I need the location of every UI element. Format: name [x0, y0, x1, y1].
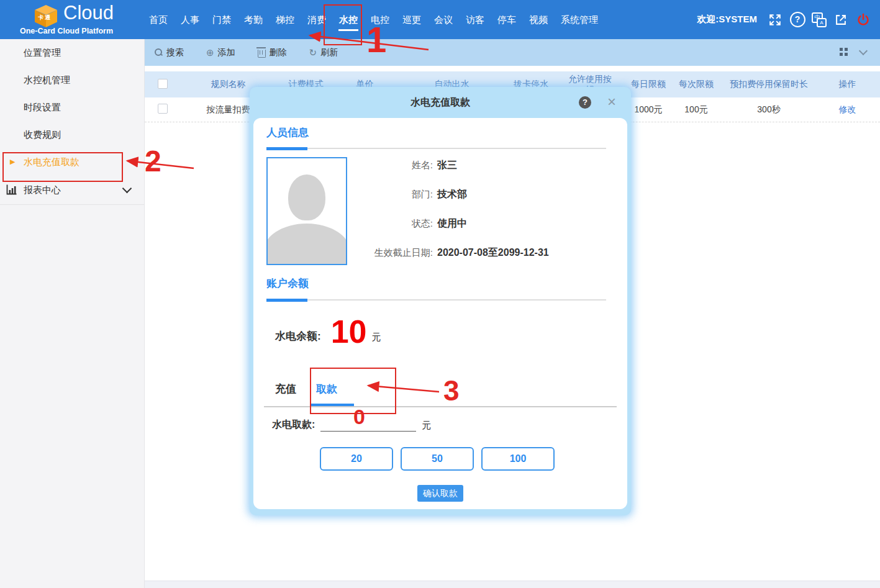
chevron-down-icon[interactable] [122, 184, 132, 194]
sidebar-item-time-period[interactable]: 时段设置 [0, 94, 144, 121]
nav-item-water-control[interactable]: 水控 [338, 0, 359, 39]
recharge-withdraw-tabs: 充值 取款 [275, 382, 337, 396]
field-department: 部门: 技术部 [253, 188, 576, 201]
column-prededuct-retain: 预扣费停用保留时长 [723, 79, 815, 90]
nav-right-tools: 欢迎:SYSTEM ? 中 A [697, 0, 871, 39]
add-icon: ⊕ [206, 48, 214, 57]
sidebar-item-location-mgmt[interactable]: 位置管理 [0, 39, 144, 66]
recharge-withdraw-dialog: 水电充值取款 ? × 人员信息 姓名: 张三 部门: 技术部 [250, 87, 631, 515]
logo-characters: 卡通 [38, 14, 52, 22]
quick-amount-50-button[interactable]: 50 [401, 447, 474, 471]
top-navbar: 卡通 Cloud One-Card Cloud Platform 首页 人事 门… [0, 0, 880, 39]
person-fields: 姓名: 张三 部门: 技术部 状态: 使用中 生效截止日期: 2020-07-0… [253, 159, 576, 276]
nav-item-personnel[interactable]: 人事 [179, 0, 201, 39]
nav-item-attendance[interactable]: 考勤 [243, 0, 264, 39]
refresh-button-label: 刷新 [320, 47, 338, 58]
active-triangle-icon: ▶ [10, 158, 15, 166]
quick-amount-100-button[interactable]: 100 [481, 447, 555, 471]
sidebar-item-report-center[interactable]: 报表中心 [0, 176, 144, 205]
sidebar-item-recharge-withdraw[interactable]: ▶ 水电充值取款 [0, 148, 144, 176]
row-modify-link[interactable]: 修改 [815, 104, 880, 115]
nav-item-video[interactable]: 视频 [528, 0, 549, 39]
refresh-button[interactable]: ↻ 刷新 [309, 47, 338, 58]
tabs-divider [264, 406, 617, 407]
search-button-label: 搜索 [166, 47, 184, 58]
brand-subtitle: One-Card Cloud Platform [20, 27, 113, 35]
column-actions: 操作 [815, 79, 880, 90]
sidebar: 位置管理 水控机管理 时段设置 收费规则 ▶ 水电充值取款 报表中心 [0, 39, 145, 588]
nav-item-consume[interactable]: 消费 [306, 0, 327, 39]
withdraw-amount-input[interactable] [320, 417, 416, 432]
section-divider [266, 148, 606, 149]
balance-section-title: 账户余额 [266, 276, 309, 291]
welcome-user-label: 欢迎:SYSTEM [697, 14, 757, 25]
power-logout-icon[interactable] [855, 12, 871, 28]
withdraw-unit: 元 [422, 420, 431, 432]
toolbar-right-tools [840, 48, 866, 56]
balance-label: 水电余额: [275, 329, 321, 348]
app-window: 卡通 Cloud One-Card Cloud Platform 首页 人事 门… [0, 0, 880, 588]
sidebar-item-water-controller-mgmt[interactable]: 水控机管理 [0, 66, 144, 94]
balance-unit: 元 [372, 332, 381, 348]
add-button-label: 添加 [218, 47, 235, 58]
dialog-title: 水电充值取款 [250, 87, 631, 118]
brand-logo: 卡通 Cloud One-Card Cloud Platform [19, 0, 149, 39]
row-checkbox[interactable] [158, 104, 168, 114]
balance-value: 10 [331, 315, 367, 348]
bottom-strip [145, 581, 880, 588]
fullscreen-icon[interactable] [767, 12, 783, 28]
column-per-limit: 每次限额 [669, 79, 723, 90]
tab-recharge[interactable]: 充值 [275, 382, 296, 396]
section-divider [266, 299, 606, 301]
trash-icon [258, 50, 266, 58]
row-per-limit: 100元 [669, 104, 723, 115]
nav-item-elevator[interactable]: 梯控 [274, 0, 296, 39]
nav-item-patrol[interactable]: 巡更 [401, 0, 422, 39]
field-label: 状态: [253, 218, 433, 230]
field-label: 姓名: [253, 160, 433, 171]
tab-withdraw[interactable]: 取款 [316, 382, 337, 396]
confirm-withdraw-button[interactable]: 确认取款 [417, 485, 463, 502]
quick-amount-20-button[interactable]: 20 [320, 447, 393, 471]
withdraw-amount-row: 水电取款: 元 [272, 417, 431, 432]
field-label: 生效截止日期: [253, 247, 433, 259]
field-status: 状态: 使用中 [253, 217, 576, 230]
nav-item-home[interactable]: 首页 [148, 0, 169, 39]
dialog-help-icon[interactable]: ? [579, 96, 591, 109]
dialog-header: 水电充值取款 ? × [250, 87, 631, 118]
dialog-body: 人员信息 姓名: 张三 部门: 技术部 状态: 使用中 [253, 118, 627, 509]
row-prededuct-retain: 300秒 [723, 104, 815, 115]
refresh-icon: ↻ [309, 48, 317, 57]
translate-icon[interactable]: 中 A [812, 12, 827, 27]
sidebar-item-label: 时段设置 [24, 102, 61, 114]
person-info-section-title: 人员信息 [266, 125, 309, 140]
search-icon [155, 48, 163, 57]
dialog-close-icon[interactable]: × [607, 94, 616, 110]
brand-name: Cloud [63, 2, 114, 24]
nav-item-access[interactable]: 门禁 [211, 0, 232, 39]
nav-item-meeting[interactable]: 会议 [433, 0, 454, 39]
delete-button[interactable]: 删除 [258, 47, 287, 58]
search-button[interactable]: 搜索 [155, 47, 184, 58]
field-value: 张三 [437, 159, 457, 172]
quick-amount-buttons: 20 50 100 [320, 447, 555, 471]
cube-logo-icon: 卡通 [34, 5, 58, 30]
help-icon[interactable]: ? [789, 12, 805, 28]
collapse-chevron-icon[interactable] [859, 47, 868, 55]
select-all-checkbox[interactable] [158, 79, 168, 89]
nav-item-visitor[interactable]: 访客 [465, 0, 486, 39]
nav-item-electric[interactable]: 电控 [370, 0, 391, 39]
field-value: 技术部 [437, 188, 467, 201]
field-name: 姓名: 张三 [253, 159, 576, 171]
column-settings-icon[interactable] [840, 48, 848, 56]
nav-item-system[interactable]: 系统管理 [560, 0, 599, 39]
toolbar: 搜索 ⊕ 添加 删除 ↻ 刷新 [145, 39, 880, 66]
withdraw-amount-label: 水电取款: [272, 418, 315, 432]
column-daily-limit: 每日限额 [627, 79, 669, 90]
nav-item-parking[interactable]: 停车 [496, 0, 517, 39]
field-label: 部门: [253, 189, 433, 201]
sidebar-item-label: 水控机管理 [24, 75, 70, 86]
new-window-icon[interactable] [833, 12, 849, 28]
add-button[interactable]: ⊕ 添加 [206, 47, 235, 58]
sidebar-item-charging-rules[interactable]: 收费规则 [0, 121, 144, 148]
